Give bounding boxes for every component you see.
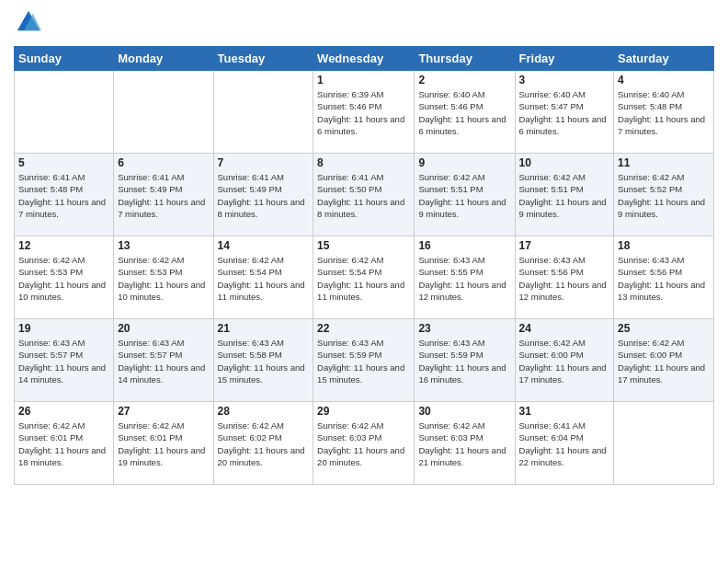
weekday-header-monday: Monday bbox=[114, 47, 213, 71]
day-number: 21 bbox=[218, 322, 310, 335]
day-info: Sunrise: 6:41 AM Sunset: 5:48 PM Dayligh… bbox=[18, 171, 109, 220]
day-info: Sunrise: 6:42 AM Sunset: 6:03 PM Dayligh… bbox=[418, 419, 510, 468]
day-number: 1 bbox=[317, 74, 410, 86]
day-cell bbox=[15, 71, 114, 154]
day-cell: 15Sunrise: 6:42 AM Sunset: 5:54 PM Dayli… bbox=[313, 236, 415, 319]
day-info: Sunrise: 6:41 AM Sunset: 5:49 PM Dayligh… bbox=[218, 171, 310, 220]
day-number: 19 bbox=[18, 322, 109, 335]
day-info: Sunrise: 6:40 AM Sunset: 5:47 PM Dayligh… bbox=[519, 88, 610, 137]
day-cell: 7Sunrise: 6:41 AM Sunset: 5:49 PM Daylig… bbox=[213, 154, 313, 236]
day-number: 26 bbox=[18, 405, 109, 418]
day-cell: 6Sunrise: 6:41 AM Sunset: 5:49 PM Daylig… bbox=[114, 154, 213, 236]
day-cell: 25Sunrise: 6:42 AM Sunset: 6:00 PM Dayli… bbox=[614, 319, 714, 402]
day-number: 12 bbox=[18, 239, 109, 252]
day-number: 24 bbox=[519, 322, 610, 335]
day-cell bbox=[213, 71, 313, 154]
day-cell: 22Sunrise: 6:43 AM Sunset: 5:59 PM Dayli… bbox=[313, 319, 415, 402]
day-info: Sunrise: 6:43 AM Sunset: 5:57 PM Dayligh… bbox=[18, 337, 109, 385]
day-info: Sunrise: 6:43 AM Sunset: 5:55 PM Dayligh… bbox=[418, 254, 510, 303]
day-cell: 28Sunrise: 6:42 AM Sunset: 6:02 PM Dayli… bbox=[213, 402, 313, 485]
day-number: 2 bbox=[418, 74, 510, 86]
day-cell: 19Sunrise: 6:43 AM Sunset: 5:57 PM Dayli… bbox=[15, 319, 114, 402]
day-info: Sunrise: 6:42 AM Sunset: 6:00 PM Dayligh… bbox=[519, 337, 610, 385]
day-info: Sunrise: 6:42 AM Sunset: 5:53 PM Dayligh… bbox=[18, 254, 109, 303]
day-cell: 13Sunrise: 6:42 AM Sunset: 5:53 PM Dayli… bbox=[114, 236, 213, 319]
day-cell: 26Sunrise: 6:42 AM Sunset: 6:01 PM Dayli… bbox=[15, 402, 114, 485]
day-cell: 2Sunrise: 6:40 AM Sunset: 5:46 PM Daylig… bbox=[415, 71, 515, 154]
week-row-1: 1Sunrise: 6:39 AM Sunset: 5:46 PM Daylig… bbox=[15, 71, 714, 154]
day-number: 10 bbox=[519, 156, 610, 169]
weekday-header-sunday: Sunday bbox=[15, 47, 114, 71]
day-info: Sunrise: 6:43 AM Sunset: 5:56 PM Dayligh… bbox=[519, 254, 610, 303]
week-row-4: 19Sunrise: 6:43 AM Sunset: 5:57 PM Dayli… bbox=[15, 319, 714, 402]
day-cell: 31Sunrise: 6:41 AM Sunset: 6:04 PM Dayli… bbox=[515, 402, 614, 485]
day-info: Sunrise: 6:42 AM Sunset: 5:53 PM Dayligh… bbox=[118, 254, 209, 303]
logo bbox=[14, 9, 41, 39]
day-cell: 9Sunrise: 6:42 AM Sunset: 5:51 PM Daylig… bbox=[415, 154, 515, 236]
day-number: 18 bbox=[618, 239, 710, 252]
day-number: 30 bbox=[418, 405, 510, 418]
day-cell: 20Sunrise: 6:43 AM Sunset: 5:57 PM Dayli… bbox=[114, 319, 213, 402]
day-info: Sunrise: 6:40 AM Sunset: 5:46 PM Dayligh… bbox=[418, 88, 510, 137]
day-number: 22 bbox=[317, 322, 410, 335]
weekday-header-friday: Friday bbox=[515, 47, 614, 71]
weekday-header-saturday: Saturday bbox=[614, 47, 714, 71]
day-info: Sunrise: 6:42 AM Sunset: 5:52 PM Dayligh… bbox=[618, 171, 710, 220]
day-info: Sunrise: 6:41 AM Sunset: 5:50 PM Dayligh… bbox=[317, 171, 410, 220]
day-info: Sunrise: 6:40 AM Sunset: 5:48 PM Dayligh… bbox=[618, 88, 710, 137]
day-number: 23 bbox=[418, 322, 510, 335]
day-number: 5 bbox=[18, 156, 109, 169]
weekday-header-tuesday: Tuesday bbox=[213, 47, 313, 71]
day-cell: 4Sunrise: 6:40 AM Sunset: 5:48 PM Daylig… bbox=[614, 71, 714, 154]
day-cell: 16Sunrise: 6:43 AM Sunset: 5:55 PM Dayli… bbox=[415, 236, 515, 319]
logo-icon bbox=[16, 9, 41, 35]
day-cell: 24Sunrise: 6:42 AM Sunset: 6:00 PM Dayli… bbox=[515, 319, 614, 402]
day-info: Sunrise: 6:42 AM Sunset: 6:01 PM Dayligh… bbox=[18, 419, 109, 468]
day-info: Sunrise: 6:42 AM Sunset: 6:01 PM Dayligh… bbox=[118, 419, 209, 468]
weekday-header-row: SundayMondayTuesdayWednesdayThursdayFrid… bbox=[15, 47, 714, 71]
day-cell: 8Sunrise: 6:41 AM Sunset: 5:50 PM Daylig… bbox=[313, 154, 415, 236]
day-cell: 5Sunrise: 6:41 AM Sunset: 5:48 PM Daylig… bbox=[15, 154, 114, 236]
day-cell: 14Sunrise: 6:42 AM Sunset: 5:54 PM Dayli… bbox=[213, 236, 313, 319]
day-number: 17 bbox=[519, 239, 610, 252]
day-cell: 1Sunrise: 6:39 AM Sunset: 5:46 PM Daylig… bbox=[313, 71, 415, 154]
day-cell: 3Sunrise: 6:40 AM Sunset: 5:47 PM Daylig… bbox=[515, 71, 614, 154]
day-info: Sunrise: 6:39 AM Sunset: 5:46 PM Dayligh… bbox=[317, 88, 410, 137]
day-info: Sunrise: 6:43 AM Sunset: 5:56 PM Dayligh… bbox=[618, 254, 710, 303]
day-number: 3 bbox=[519, 74, 610, 86]
day-cell: 11Sunrise: 6:42 AM Sunset: 5:52 PM Dayli… bbox=[614, 154, 714, 236]
day-info: Sunrise: 6:42 AM Sunset: 6:03 PM Dayligh… bbox=[317, 419, 410, 468]
day-cell: 17Sunrise: 6:43 AM Sunset: 5:56 PM Dayli… bbox=[515, 236, 614, 319]
day-number: 29 bbox=[317, 405, 410, 418]
day-info: Sunrise: 6:43 AM Sunset: 5:59 PM Dayligh… bbox=[317, 337, 410, 385]
day-cell bbox=[114, 71, 213, 154]
day-info: Sunrise: 6:42 AM Sunset: 6:00 PM Dayligh… bbox=[618, 337, 710, 385]
day-number: 14 bbox=[218, 239, 310, 252]
day-number: 6 bbox=[118, 156, 209, 169]
day-number: 31 bbox=[519, 405, 610, 418]
day-info: Sunrise: 6:43 AM Sunset: 5:59 PM Dayligh… bbox=[418, 337, 510, 385]
day-number: 4 bbox=[618, 74, 710, 86]
day-number: 11 bbox=[618, 156, 710, 169]
day-cell: 30Sunrise: 6:42 AM Sunset: 6:03 PM Dayli… bbox=[415, 402, 515, 485]
calendar-table: SundayMondayTuesdayWednesdayThursdayFrid… bbox=[14, 46, 714, 485]
day-number: 7 bbox=[218, 156, 310, 169]
day-cell: 23Sunrise: 6:43 AM Sunset: 5:59 PM Dayli… bbox=[415, 319, 515, 402]
day-number: 9 bbox=[418, 156, 510, 169]
header bbox=[14, 9, 714, 39]
weekday-header-wednesday: Wednesday bbox=[313, 47, 415, 71]
day-number: 28 bbox=[218, 405, 310, 418]
day-info: Sunrise: 6:43 AM Sunset: 5:57 PM Dayligh… bbox=[118, 337, 209, 385]
day-cell: 10Sunrise: 6:42 AM Sunset: 5:51 PM Dayli… bbox=[515, 154, 614, 236]
day-info: Sunrise: 6:42 AM Sunset: 5:51 PM Dayligh… bbox=[519, 171, 610, 220]
day-info: Sunrise: 6:42 AM Sunset: 5:54 PM Dayligh… bbox=[218, 254, 310, 303]
day-cell: 12Sunrise: 6:42 AM Sunset: 5:53 PM Dayli… bbox=[15, 236, 114, 319]
day-cell bbox=[614, 402, 714, 485]
day-info: Sunrise: 6:41 AM Sunset: 5:49 PM Dayligh… bbox=[118, 171, 209, 220]
day-number: 27 bbox=[118, 405, 209, 418]
day-info: Sunrise: 6:42 AM Sunset: 5:51 PM Dayligh… bbox=[418, 171, 510, 220]
day-cell: 21Sunrise: 6:43 AM Sunset: 5:58 PM Dayli… bbox=[213, 319, 313, 402]
weekday-header-thursday: Thursday bbox=[415, 47, 515, 71]
day-number: 8 bbox=[317, 156, 410, 169]
week-row-2: 5Sunrise: 6:41 AM Sunset: 5:48 PM Daylig… bbox=[15, 154, 714, 236]
